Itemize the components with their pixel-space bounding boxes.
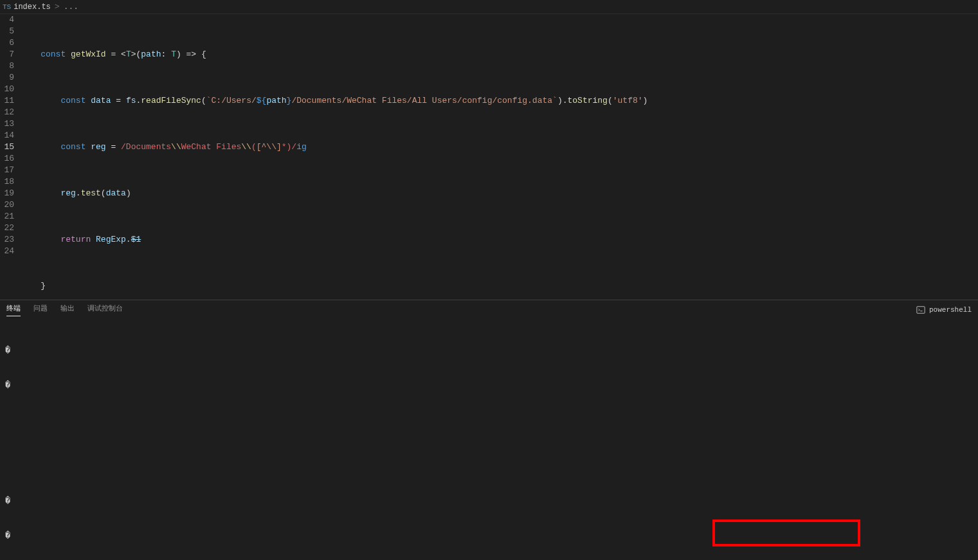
- panel-tabs: 终端 问题 输出 调试控制台 powershell: [0, 300, 978, 320]
- terminal-output-line: �: [5, 496, 973, 507]
- editor[interactable]: 456789101112131415161718192021222324 con…: [0, 14, 978, 300]
- terminal-output-line: �: [5, 345, 973, 357]
- breadcrumb-dots[interactable]: ...: [64, 2, 78, 12]
- breadcrumb-sep: >: [55, 2, 60, 12]
- bottom-panel: 终端 问题 输出 调试控制台 powershell � � � � � � � …: [0, 300, 978, 560]
- code-content[interactable]: const getWxId = <T>(path: T) => { const …: [21, 14, 978, 300]
- line-number-gutter: 456789101112131415161718192021222324: [0, 14, 21, 300]
- breadcrumb-bar: TS index.ts > ...: [0, 0, 978, 14]
- tab-terminal[interactable]: 终端: [6, 303, 21, 316]
- breadcrumb-file-icon: TS: [3, 3, 11, 11]
- tab-problems[interactable]: 问题: [33, 303, 48, 316]
- breadcrumb-file[interactable]: index.ts: [14, 3, 51, 12]
- terminal-shell-label[interactable]: powershell: [929, 306, 972, 314]
- tab-debug-console[interactable]: 调试控制台: [87, 303, 123, 316]
- terminal-output-line: �: [5, 530, 973, 542]
- tab-output[interactable]: 输出: [60, 303, 75, 316]
- svg-rect-0: [917, 307, 925, 314]
- terminal[interactable]: � � � � � � � ����021�#0b853808-e60f-405…: [0, 320, 978, 560]
- terminal-icon: [916, 305, 925, 314]
- terminal-output-line: �: [5, 380, 973, 392]
